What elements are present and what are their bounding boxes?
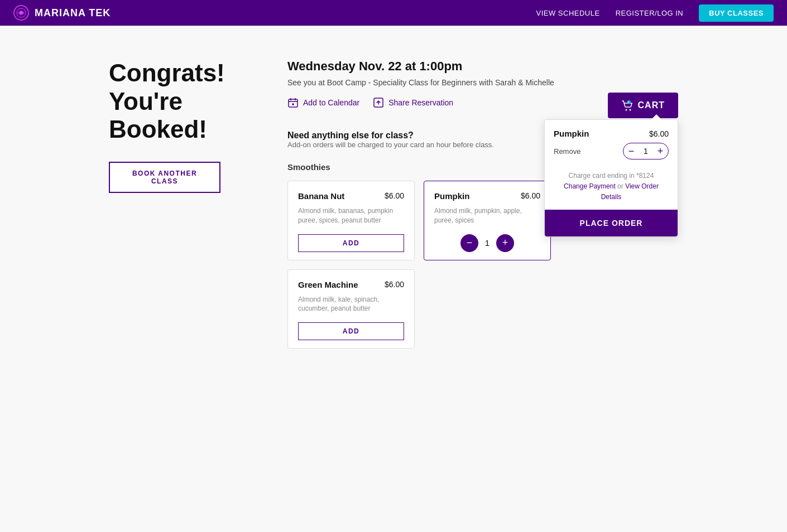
smoothie-price: $6.00 [385,280,404,289]
calendar-icon [287,97,299,108]
cart-dropdown-arrow [651,114,662,120]
right-panel: Wednesday Nov. 22 at 1:00pm See you at B… [287,59,678,349]
logo: MARIANA TEK [13,5,111,21]
change-payment-link[interactable]: Change Payment [564,182,616,190]
smoothie-desc: Almond milk, bananas, pumpkin puree, spi… [298,206,404,225]
smoothie-card-pumpkin: Pumpkin $6.00 Almond milk, pumpkin, appl… [424,181,551,260]
pumpkin-qty-decrease-button[interactable]: − [460,234,478,252]
smoothie-header: Green Machine $6.00 [298,280,404,289]
buy-classes-button[interactable]: BUY CLASSES [699,4,774,22]
smoothie-desc: Almond milk, pumpkin, apple, puree, spic… [434,206,540,225]
cart-quantity-control: − 1 + [623,143,669,159]
charge-info-text: Charge card ending in *8124 [569,172,654,180]
cart-remove-link[interactable]: Remove [554,147,580,156]
main-container: Congrats! You're Booked! BOOK ANOTHER CL… [87,59,700,349]
svg-point-2 [20,11,23,14]
or-text: or [616,182,625,190]
smoothie-price: $6.00 [521,191,540,200]
cart-charge-info: Charge card ending in *8124 Change Payme… [545,166,678,205]
logo-text: MARIANA TEK [35,7,111,19]
cart-button[interactable]: 1 CART [608,93,678,118]
cart-qty-increase-button[interactable]: + [652,143,668,159]
cart-item-name: Pumpkin [554,129,589,138]
smoothie-header: Pumpkin $6.00 [434,191,540,201]
share-icon [373,97,384,108]
svg-point-10 [625,109,627,111]
share-reservation-link[interactable]: Share Reservation [373,97,453,108]
congrats-title: Congrats! You're Booked! [109,59,254,144]
smoothie-desc: Almond milk, kale, spinach, cucumber, pe… [298,295,404,314]
add-to-calendar-link[interactable]: Add to Calendar [287,97,359,108]
place-order-button[interactable]: PLACE ORDER [545,210,678,236]
register-login-link[interactable]: REGISTER/LOG IN [616,9,684,17]
navbar: MARIANA TEK VIEW SCHEDULE REGISTER/LOG I… [0,0,787,26]
svg-point-11 [629,109,631,111]
pumpkin-qty-increase-button[interactable]: + [496,234,514,252]
cart-qty-value: 1 [639,147,652,156]
cart-item-price: $6.00 [649,129,669,138]
add-green-machine-button[interactable]: ADD [298,322,404,340]
pumpkin-qty-value: 1 [478,238,496,248]
smoothie-name: Banana Nut [298,191,344,201]
cart-label: CART [638,100,665,110]
smoothie-name: Pumpkin [434,191,469,201]
left-panel: Congrats! You're Booked! BOOK ANOTHER CL… [109,59,254,349]
cart-icon: 1 [621,99,634,112]
cart-qty-decrease-button[interactable]: − [623,143,639,159]
smoothie-card-green-machine: Green Machine $6.00 Almond milk, kale, s… [287,269,415,349]
logo-icon [13,5,29,21]
smoothie-name: Green Machine [298,280,358,289]
pumpkin-qty-control: − 1 + [434,234,540,252]
cart-remove-row: Remove − 1 + [545,143,678,166]
class-subtitle: See you at Boot Camp - Speciality Class … [287,78,678,87]
view-schedule-link[interactable]: VIEW SCHEDULE [536,9,599,17]
smoothie-price: $6.00 [385,191,404,200]
class-date: Wednesday Nov. 22 at 1:00pm [287,59,678,74]
svg-text:1: 1 [627,100,630,104]
add-to-calendar-label: Add to Calendar [303,98,359,107]
add-banana-nut-button[interactable]: ADD [298,234,404,252]
nav-right: VIEW SCHEDULE REGISTER/LOG IN BUY CLASSE… [536,4,774,22]
smoothie-header: Banana Nut $6.00 [298,191,404,201]
cart-dropdown: Pumpkin $6.00 Remove − 1 + Charge card e… [544,119,678,237]
smoothie-card-banana-nut: Banana Nut $6.00 Almond milk, bananas, p… [287,181,415,260]
book-another-button[interactable]: BOOK ANOTHER CLASS [109,162,220,193]
cart-item-row: Pumpkin $6.00 [545,120,678,143]
share-reservation-label: Share Reservation [388,98,453,107]
